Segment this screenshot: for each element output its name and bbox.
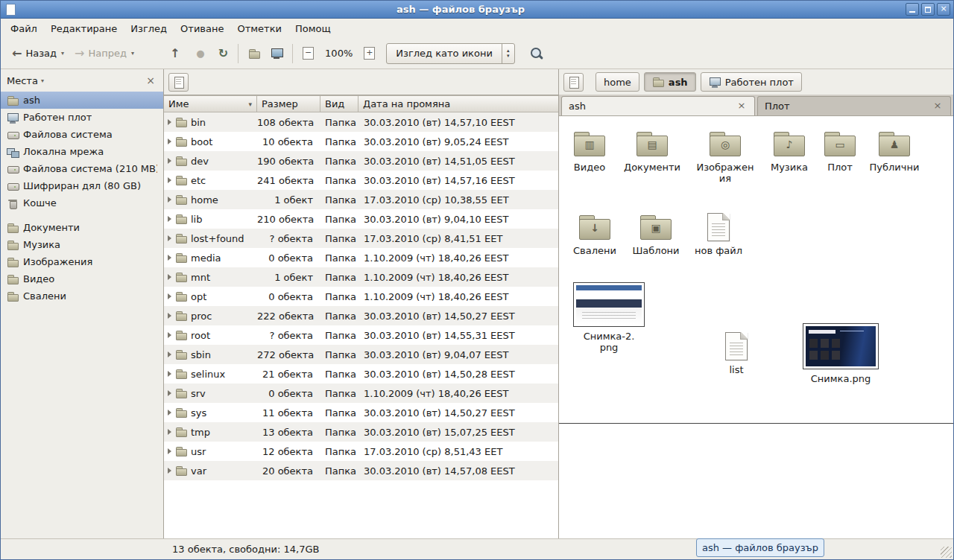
expander-icon[interactable] (168, 158, 171, 164)
table-row[interactable]: mnt1 обектПапка1.10.2009 (чт) 18,40,26 E… (164, 267, 558, 287)
expander-icon[interactable] (168, 255, 171, 261)
column-header[interactable]: Дата на промяна (358, 95, 558, 112)
file-item[interactable]: Плот (810, 130, 870, 173)
sidebar-title[interactable]: Места (7, 75, 38, 86)
taskbar-window-button[interactable]: ash — файлов браузър (696, 538, 824, 557)
tab-close-icon[interactable]: × (932, 101, 944, 112)
file-item[interactable]: Свалени (565, 213, 625, 256)
sidebar-item[interactable]: Документи (1, 219, 163, 236)
sidebar-item[interactable]: ash (1, 92, 163, 109)
zoom-in-button[interactable]: + (358, 43, 380, 63)
menu-item[interactable]: Отиване (174, 21, 230, 36)
table-row[interactable]: opt0 обектаПапка1.10.2009 (чт) 18,40,26 … (164, 287, 558, 306)
expander-icon[interactable] (168, 371, 171, 377)
up-button[interactable]: ↑ (165, 44, 185, 63)
table-row[interactable]: boot10 обектаПапка30.03.2010 (вт) 9,05,2… (164, 132, 558, 151)
table-row[interactable]: bin108 обектаПапка30.03.2010 (вт) 14,57,… (164, 112, 558, 132)
forward-dropdown-icon[interactable]: ▾ (131, 50, 134, 57)
expander-icon[interactable] (168, 468, 171, 474)
path-button[interactable]: ash (644, 72, 696, 92)
sidebar-dropdown-icon[interactable]: ▾ (41, 77, 44, 84)
path-scroll-button[interactable] (563, 73, 584, 92)
computer-button[interactable] (265, 44, 288, 63)
maximize-button[interactable] (921, 3, 935, 16)
view-mode-spinner-icon[interactable]: ▴ ▾ (502, 44, 514, 63)
table-row[interactable]: proc222 обектаПапка30.03.2010 (вт) 14,50… (164, 306, 558, 325)
table-row[interactable]: sys11 обектаПапка30.03.2010 (вт) 14,50,2… (164, 403, 558, 422)
expander-icon[interactable] (168, 448, 171, 454)
view-mode-select[interactable]: Изглед като икони ▴ ▾ (386, 43, 515, 64)
table-row[interactable]: srv0 обектаПапка1.10.2009 (чт) 18,40,26 … (164, 384, 558, 403)
sidebar-item[interactable]: Локална мрежа (1, 143, 163, 160)
file-item[interactable]: Документи (622, 130, 682, 173)
column-header[interactable]: Име▾ (164, 95, 257, 112)
table-row[interactable]: etc241 обектаПапка30.03.2010 (вт) 14,57,… (164, 171, 558, 190)
expander-icon[interactable] (168, 197, 171, 203)
back-dropdown-icon[interactable]: ▾ (61, 50, 64, 57)
file-item[interactable]: list (707, 332, 766, 375)
table-row[interactable]: home1 обектПапка17.03.2010 (ср) 10,38,55… (164, 190, 558, 209)
table-row[interactable]: selinux21 обектаПапка30.03.2010 (вт) 14,… (164, 364, 558, 384)
expander-icon[interactable] (168, 235, 171, 241)
table-row[interactable]: var20 обектаПапка30.03.2010 (вт) 14,57,0… (164, 461, 558, 480)
tab-close-icon[interactable]: × (736, 101, 748, 112)
sidebar-item[interactable]: Музика (1, 236, 163, 253)
sidebar-item[interactable]: Шифриран дял (80 GB) (1, 177, 163, 194)
file-item[interactable]: Видео (560, 130, 619, 173)
menu-item[interactable]: Помощ (288, 21, 338, 36)
column-header[interactable]: Вид (320, 95, 358, 112)
expander-icon[interactable] (168, 410, 171, 416)
search-button[interactable] (525, 42, 548, 65)
file-item[interactable]: Снимка.png (802, 323, 879, 384)
sidebar-item[interactable]: Кошче (1, 194, 163, 211)
column-header[interactable]: Размер (257, 95, 320, 112)
file-item[interactable]: Снимка-1. png (620, 423, 698, 538)
path-button[interactable]: Работен плот (701, 72, 802, 92)
sidebar-item[interactable]: Видео (1, 270, 163, 287)
sidebar-close-icon[interactable]: × (144, 74, 157, 86)
stop-button[interactable]: ● (191, 44, 209, 63)
sidebar-item[interactable]: Файлова система (1, 126, 163, 143)
expander-icon[interactable] (168, 216, 171, 222)
menu-item[interactable]: Отметки (230, 21, 288, 36)
root-location-button[interactable] (168, 73, 189, 92)
table-row[interactable]: tmp13 обектаПапка30.03.2010 (вт) 15,07,2… (164, 422, 558, 442)
file-item[interactable]: Публични (865, 130, 924, 173)
titlebar[interactable]: ash — файлов браузър × (1, 1, 953, 19)
table-row[interactable]: lost+found? обектаПапка17.03.2010 (ср) 8… (164, 229, 558, 248)
table-row[interactable]: usr12 обектаПапка17.03.2010 (ср) 8,51,43… (164, 442, 558, 461)
expander-icon[interactable] (168, 274, 171, 280)
file-item[interactable]: Изображен ия (695, 130, 755, 185)
expander-icon[interactable] (168, 119, 171, 125)
expander-icon[interactable] (168, 332, 171, 338)
expander-icon[interactable] (168, 293, 171, 299)
sidebar-item[interactable]: Свалени (1, 287, 163, 305)
sidebar-item[interactable]: Изображения (1, 253, 163, 270)
file-item[interactable]: Шаблони (626, 213, 686, 256)
table-row[interactable]: media0 обектаПапка1.10.2009 (чт) 18,40,2… (164, 248, 558, 267)
path-button[interactable]: home (596, 72, 639, 92)
tab[interactable]: ash× (561, 96, 755, 115)
expander-icon[interactable] (168, 313, 171, 319)
forward-button[interactable]: → Напред ▾ (69, 44, 139, 63)
sidebar-item[interactable]: Файлова система (210 MB) (1, 160, 163, 177)
expander-icon[interactable] (168, 139, 171, 144)
expander-icon[interactable] (168, 390, 171, 396)
zoom-out-button[interactable]: − (297, 43, 319, 63)
file-item[interactable]: Снимка-2. png (570, 282, 648, 354)
table-row[interactable]: sbin272 обектаПапка30.03.2010 (вт) 9,04,… (164, 345, 558, 364)
expander-icon[interactable] (168, 177, 171, 183)
minimize-button[interactable] (906, 3, 919, 16)
table-row[interactable]: dev190 обектаПапка30.03.2010 (вт) 14,51,… (164, 151, 558, 171)
home-button[interactable] (243, 44, 265, 63)
menu-item[interactable]: Файл (4, 21, 44, 36)
icon-view[interactable]: ВидеоДокументиИзображен ияМузикаПлотПубл… (559, 116, 953, 538)
expander-icon[interactable] (168, 429, 171, 435)
table-row[interactable]: lib210 обектаПапка30.03.2010 (вт) 9,04,1… (164, 209, 558, 229)
reload-button[interactable]: ↻ (213, 44, 233, 63)
tab[interactable]: Плот× (757, 96, 951, 115)
table-row[interactable]: root? обектаПапка30.03.2010 (вт) 14,55,3… (164, 325, 558, 345)
menu-item[interactable]: Редактиране (44, 21, 124, 36)
sidebar-item[interactable]: Работен плот (1, 109, 163, 126)
close-button[interactable]: × (937, 3, 950, 16)
